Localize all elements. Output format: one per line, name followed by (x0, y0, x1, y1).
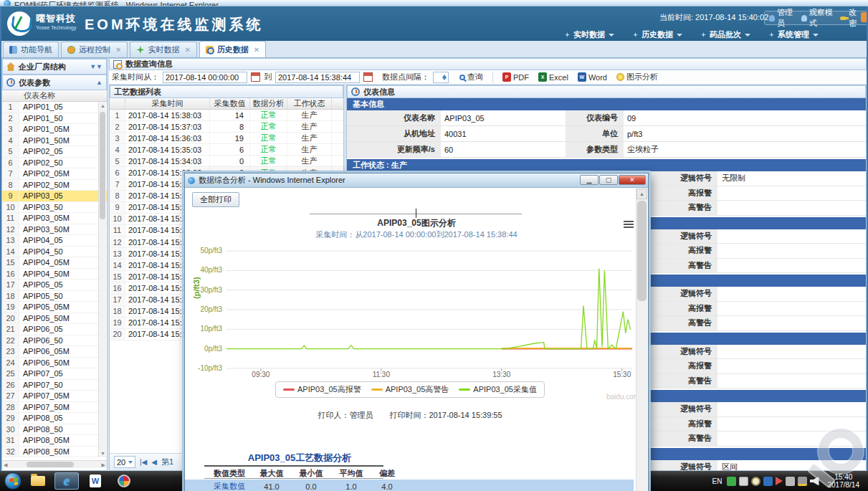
instrument-row[interactable]: 32APIP08_50M (2, 447, 107, 458)
menu-system-manage[interactable]: 系统管理 (769, 29, 819, 40)
analysis-table-selected-row[interactable]: 采集数值41.00.01.04.0 (185, 480, 634, 491)
scroll-down-icon[interactable]: ▼ (100, 451, 105, 456)
change-password-button[interactable]: 改密 (840, 7, 863, 29)
scrollbar-thumb[interactable] (100, 112, 105, 219)
instrument-row[interactable]: 19APIP05_05M (2, 302, 107, 313)
instrument-row[interactable]: 27APIP07_05M (2, 391, 107, 402)
instrument-row[interactable]: 15APIP04_05M (2, 257, 107, 269)
taskbar-ie[interactable]: e (54, 472, 79, 490)
export-pdf-button[interactable]: PPDF (500, 72, 532, 82)
calendar-icon[interactable] (363, 72, 373, 82)
tray-icon-clipboard[interactable] (727, 477, 736, 486)
instrument-row[interactable]: 23APIP06_05M (2, 346, 107, 358)
tray-icon-app[interactable] (763, 477, 773, 486)
tray-icon-display[interactable] (739, 477, 748, 486)
tray-icon-volume[interactable] (810, 477, 819, 486)
close-button[interactable]: ✕ (619, 175, 646, 185)
instrument-row[interactable]: 7APIP02_05M (2, 168, 107, 180)
scroll-right-icon[interactable]: ▶ (102, 462, 105, 468)
close-icon[interactable]: ✕ (254, 46, 259, 54)
instrument-row[interactable]: 26APIP07_50 (2, 380, 107, 391)
taskbar-paint[interactable] (112, 472, 136, 490)
popup-scrollbar[interactable]: ▲ (636, 189, 647, 491)
tray-icon-search[interactable] (751, 477, 760, 486)
tray-icon-network[interactable] (786, 477, 795, 486)
instrument-row[interactable]: 12APIP03_50M (2, 224, 107, 236)
export-word-button[interactable]: WWord (575, 72, 610, 82)
instrument-row[interactable]: 21APIP06_05 (2, 324, 107, 335)
instrument-row[interactable]: 18APIP05_50 (2, 291, 107, 302)
table-row[interactable]: 12017-08-14 15:38:0314正常生产 (110, 110, 343, 121)
instrument-row[interactable]: 14APIP04_50 (2, 247, 107, 258)
chart-menu-icon[interactable] (624, 221, 634, 229)
instrument-row[interactable]: 5APIP02_05 (2, 146, 107, 158)
print-all-button[interactable]: 全部打印 (192, 192, 239, 207)
tab-remote-control[interactable]: 远程控制✕ (61, 42, 128, 57)
sidebar-horizontal-scrollbar[interactable]: ◀ ▶ (2, 460, 107, 468)
instrument-row[interactable]: 16APIP04_50M (2, 269, 107, 280)
chart-analysis-button[interactable]: 图示分析 (614, 72, 661, 82)
sidebar-vertical-scrollbar[interactable]: ▲ ▼ (98, 102, 106, 457)
instrument-row[interactable]: 11APIP03_05M (2, 213, 107, 224)
chevron-double-down-icon[interactable]: ▼▼ (90, 63, 102, 70)
instrument-row[interactable]: 25APIP07_05 (2, 368, 107, 380)
maximize-button[interactable]: ▢ (599, 175, 618, 185)
panel-instrument-params[interactable]: 仪表参数 ▲ (2, 75, 107, 90)
taskbar-word[interactable]: W (83, 472, 108, 490)
instrument-row[interactable]: 28APIP07_50M (2, 402, 107, 414)
first-page-button[interactable]: |◀ (140, 458, 147, 466)
instrument-row[interactable]: 9APIP03_05 (2, 191, 107, 202)
instrument-row[interactable]: 20APIP05_50M (2, 313, 107, 325)
instrument-row[interactable]: 4APIP01_50M (2, 135, 107, 147)
tray-icon-security[interactable] (798, 477, 807, 486)
table-row[interactable]: 52017-08-14 15:34:030正常生产 (110, 156, 343, 167)
instrument-row[interactable]: 31APIP08_05M (2, 435, 107, 447)
language-indicator[interactable]: EN (712, 477, 722, 485)
tab-history-data[interactable]: 历史数据✕ (199, 41, 266, 57)
tray-icon-media[interactable] (776, 477, 783, 485)
instrument-row[interactable]: 3APIP01_05M (2, 124, 107, 135)
menu-realtime-data[interactable]: 实时数据 (565, 29, 614, 40)
instrument-row[interactable]: 10APIP03_50 (2, 202, 107, 214)
tab-function-nav[interactable]: 功能导航 (3, 42, 59, 57)
close-icon[interactable]: ✕ (115, 46, 121, 54)
instrument-row[interactable]: 8APIP02_50M (2, 180, 107, 191)
export-excel-button[interactable]: XExcel (535, 72, 571, 82)
minimize-button[interactable]: ▁ (580, 175, 598, 185)
instrument-row[interactable]: 13APIP04_05 (2, 235, 107, 247)
close-icon[interactable]: ✕ (184, 46, 190, 54)
scroll-left-icon[interactable]: ◀ (4, 462, 7, 468)
legend-item[interactable]: APIP03_05采集值 (459, 384, 537, 395)
prev-page-button[interactable]: ◀ (151, 458, 157, 466)
scroll-up-icon[interactable]: ▲ (100, 103, 105, 108)
panel-factory-structure[interactable]: 企业厂房结构 ▼▼ (2, 59, 107, 75)
start-button[interactable] (4, 472, 22, 490)
interval-stepper[interactable] (433, 72, 449, 83)
admin-button[interactable]: 管理员 (769, 7, 798, 29)
to-datetime-input[interactable] (275, 72, 360, 83)
instrument-row[interactable]: 17APIP05_05 (2, 280, 107, 291)
popup-titlebar[interactable]: 数据综合分析 - Windows Internet Explorer ▁ ▢ ✕ (185, 173, 648, 188)
instrument-row[interactable]: 2APIP01_50 (2, 113, 107, 125)
from-datetime-input[interactable] (163, 72, 247, 83)
table-row[interactable]: 42017-08-14 15:35:036正常生产 (110, 144, 343, 156)
taskbar-explorer[interactable] (26, 472, 50, 490)
table-row[interactable]: 32017-08-14 15:36:0319正常生产 (110, 133, 343, 144)
instrument-row[interactable]: 30APIP08_50 (2, 424, 107, 436)
instrument-row[interactable]: 22APIP06_50 (2, 335, 107, 347)
scrollbar-thumb[interactable] (637, 201, 647, 301)
legend-item[interactable]: APIP03_05高报警 (283, 384, 361, 395)
instrument-row[interactable]: 24APIP06_50M (2, 358, 107, 369)
scroll-up-icon[interactable]: ▲ (636, 189, 647, 199)
taskbar-clock[interactable]: 15:40 2017/8/14 (822, 473, 866, 489)
table-row[interactable]: 22017-08-14 15:37:038正常生产 (110, 121, 343, 133)
instrument-row[interactable]: 1APIP01_05 (2, 102, 107, 113)
observe-mode-button[interactable]: 观察模式 (801, 7, 838, 29)
search-button[interactable]: 查询 (457, 72, 486, 82)
instrument-row[interactable]: 6APIP02_50 (2, 158, 107, 169)
tab-realtime-data[interactable]: 实时数据✕ (130, 42, 196, 57)
menu-history-data[interactable]: 历史数据 (633, 29, 682, 40)
legend-item[interactable]: APIP03_05高警告 (371, 384, 449, 395)
chevron-up-icon[interactable]: ▲ (96, 79, 102, 86)
page-size-select[interactable]: 20 (114, 456, 135, 468)
